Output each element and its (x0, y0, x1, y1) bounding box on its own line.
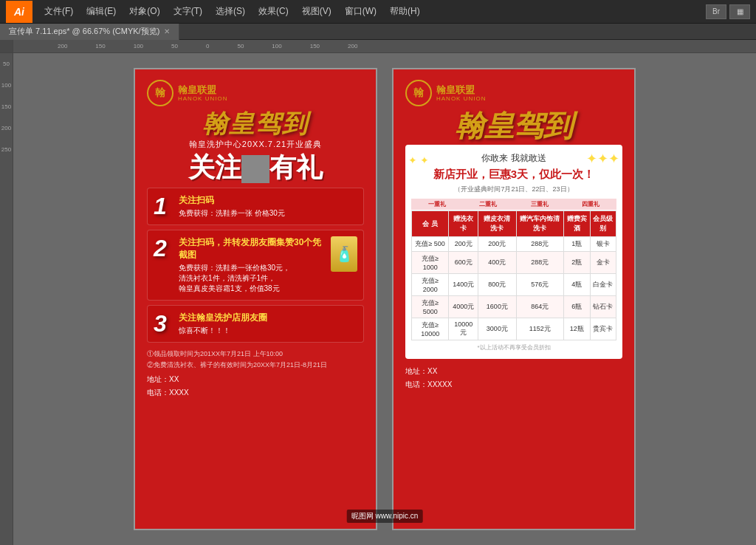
table-date: （开业盛典时间7月21日、22日、23日） (411, 185, 616, 194)
menu-file[interactable]: 文件(F) (38, 2, 79, 21)
nipic-watermark: 昵图网 www.nipic.cn (347, 510, 423, 523)
stars-decoration-left: ✦ ✦ (408, 154, 429, 166)
table-cell-card: 钻石卡 (590, 296, 616, 318)
address-right: 地址：XX (405, 365, 622, 378)
gift-label-4: 四重礼 (582, 200, 599, 208)
table-cell-gift1: 10000元 (449, 318, 478, 340)
active-tab[interactable]: 宣传单 7.11.eps* @ 66.67% (CMYK/预览) ✕ (0, 24, 179, 40)
tab-label: 宣传单 7.11.eps* @ 66.67% (CMYK/预览) (9, 26, 159, 37)
member-table: 会 员 赠洗衣卡 赠皮衣清洗卡 赠汽车内饰清洗卡 赠费宾酒 会员级别 充值≥ 5… (411, 210, 616, 340)
table-cell-gift2: 800元 (478, 274, 516, 296)
big-title-right: 翰皇驾到 (405, 111, 622, 140)
menu-help[interactable]: 帮助(H) (384, 2, 426, 21)
slogan-end: 有礼 (269, 152, 323, 182)
ruler-corner (0, 40, 13, 53)
menu-effect[interactable]: 效果(C) (252, 2, 295, 21)
footer-notes-left: ①领品领取时间为201XX年7月21日 上午10:00 ②免费清洗衬衣、裤子的有… (147, 349, 364, 370)
main-slogan-left: 关注有礼 (147, 154, 364, 183)
col-card: 会员级别 (590, 211, 616, 237)
table-cell-gift3: 1152元 (516, 318, 563, 340)
ruler-horizontal: 200 150 100 50 0 50 100 150 200 (0, 40, 756, 53)
phone-left: 电话：XXXX (147, 386, 364, 400)
step-number-1: 1 (154, 194, 171, 218)
table-cell-gift1: 1400元 (449, 274, 478, 296)
menu-edit[interactable]: 编辑(E) (80, 2, 122, 21)
step-desc-2: 免费获得：洗鞋券一张价格30元， 清洗衬衣1件，清洗裤子1件， 翰皇真皮美容霜1… (179, 263, 323, 294)
gift-label-1: 一重礼 (428, 200, 446, 208)
brand-sub-right: HANOK UNION (436, 95, 486, 102)
step-content-1: 关注扫码 免费获得：洗鞋券一张 价格30元 (179, 194, 357, 219)
step-title-1: 关注扫码 (179, 194, 357, 207)
table-row: 充值≥ 50004000元1600元864元6瓶钻石卡 (412, 296, 616, 318)
table-row: 充值≥ 1000010000元3000元1152元12瓶贵宾卡 (412, 318, 616, 340)
grid-icon[interactable]: ▦ (729, 4, 750, 19)
phone-right: 电话：XXXXX (405, 378, 622, 391)
table-cell-level: 充值≥ 2000 (412, 274, 449, 296)
table-cell-gift1: 200元 (449, 237, 478, 252)
col-gift4: 赠费宾酒 (563, 211, 590, 237)
brand-logo-left: 翰 (147, 80, 173, 106)
table-cell-gift4: 2瓶 (563, 252, 590, 274)
table-cell-gift2: 1600元 (478, 296, 516, 318)
table-row: 充值≥ 500200元200元288元1瓶银卡 (412, 237, 616, 252)
brand-row-right: 翰 翰皇联盟 HANOK UNION (405, 80, 622, 106)
stars-decoration-right: ✦✦✦ (586, 151, 619, 167)
table-cell-gift4: 6瓶 (563, 296, 590, 318)
tab-bar: 宣传单 7.11.eps* @ 66.67% (CMYK/预览) ✕ (0, 24, 756, 40)
step-2: 2 关注扫码，并转发朋友圈集赞30个凭截图 免费获得：洗鞋券一张价格30元， 清… (147, 230, 364, 301)
menu-object[interactable]: 对象(O) (123, 2, 165, 21)
table-cell-gift1: 600元 (449, 252, 478, 274)
step-content-3: 关注翰皇洗护店朋友圈 惊喜不断！！！ (179, 312, 357, 336)
table-cell-level: 充值≥ 10000 (412, 318, 449, 340)
step-title-2: 关注扫码，并转发朋友圈集赞30个凭截图 (179, 236, 323, 261)
brand-logo-right: 翰 (405, 80, 432, 106)
step-content-2: 关注扫码，并转发朋友圈集赞30个凭截图 免费获得：洗鞋券一张价格30元， 清洗衬… (179, 236, 323, 294)
table-cell-gift2: 200元 (478, 237, 516, 252)
footer-right: 地址：XX 电话：XXXXX (405, 365, 622, 391)
table-cell-level: 充值≥ 5000 (412, 296, 449, 318)
table-row: 充值≥ 1000600元400元288元2瓶金卡 (412, 252, 616, 274)
brand-name-right: 翰皇联盟 (436, 84, 486, 96)
table-cell-level: 充值≥ 1000 (412, 252, 449, 274)
table-main-title: 新店开业，巨惠3天，仅此一次！ (411, 168, 616, 182)
big-title-left: 翰皇驾到 (147, 111, 364, 136)
table-cell-card: 贵宾卡 (590, 318, 616, 340)
titlebar: Ai 文件(F) 编辑(E) 对象(O) 文字(T) 选择(S) 效果(C) 视… (0, 0, 756, 24)
table-cell-gift3: 288元 (516, 237, 563, 252)
table-row: 充值≥ 20001400元800元576元4瓶白金卡 (412, 274, 616, 296)
brand-row-left: 翰 翰皇联盟 HANOK UNION (147, 80, 364, 106)
step-title-3: 关注翰皇洗护店朋友圈 (179, 312, 357, 324)
tab-close-button[interactable]: ✕ (164, 27, 170, 35)
menu-window[interactable]: 窗口(W) (339, 2, 382, 21)
step-1: 1 关注扫码 免费获得：洗鞋券一张 价格30元 (147, 188, 364, 225)
ruler-vertical: 50 100 150 200 250 (0, 53, 13, 545)
gift-label-2: 二重礼 (479, 200, 497, 208)
canvas-background: 翰 翰皇联盟 HANOK UNION 翰皇驾到 翰皇洗护中心20XX.7.21开… (13, 53, 756, 545)
product-image: 🧴 (331, 236, 357, 272)
flyer-right: 翰 翰皇联盟 HANOK UNION ✦ ✦ ✦✦✦ 翰皇驾到 你敢来 我就敢送… (392, 68, 636, 530)
app-logo: Ai (6, 1, 32, 23)
br-icon[interactable]: Br (706, 4, 726, 19)
flyer-left: 翰 翰皇联盟 HANOK UNION 翰皇驾到 翰皇洗护中心20XX.7.21开… (134, 68, 377, 530)
table-note: *以上活动不再享受会员折扣 (411, 343, 616, 352)
menu-text[interactable]: 文字(T) (168, 2, 208, 21)
step-desc-1: 免费获得：洗鞋券一张 价格30元 (179, 208, 357, 219)
col-gift1: 赠洗衣卡 (449, 211, 478, 237)
note-2: ②免费清洗衬衣、裤子的有效时间为20XX年7月21日-8月21日 (147, 360, 364, 370)
table-cell-gift2: 400元 (478, 252, 516, 274)
menu-view[interactable]: 视图(V) (296, 2, 337, 21)
table-container: 你敢来 我就敢送 新店开业，巨惠3天，仅此一次！ （开业盛典时间7月21日、22… (405, 145, 622, 359)
step-number-3: 3 (154, 312, 171, 335)
col-gift3: 赠汽车内饰清洗卡 (516, 211, 563, 237)
note-1: ①领品领取时间为201XX年7月21日 上午10:00 (147, 349, 364, 359)
table-cell-gift3: 288元 (516, 252, 563, 274)
menu-select[interactable]: 选择(S) (210, 2, 251, 21)
subtitle-left: 翰皇洗护中心20XX.7.21开业盛典 (147, 139, 364, 150)
step-desc-3: 惊喜不断！！！ (179, 326, 357, 336)
table-cell-card: 银卡 (590, 237, 616, 252)
ruler-marks: 200 150 100 50 0 50 100 150 200 (13, 43, 357, 49)
table-cell-gift4: 1瓶 (563, 237, 590, 252)
step-3: 3 关注翰皇洗护店朋友圈 惊喜不断！！！ (147, 305, 364, 343)
table-cell-gift3: 576元 (516, 274, 563, 296)
menu-bar[interactable]: 文件(F) 编辑(E) 对象(O) 文字(T) 选择(S) 效果(C) 视图(V… (38, 2, 700, 21)
